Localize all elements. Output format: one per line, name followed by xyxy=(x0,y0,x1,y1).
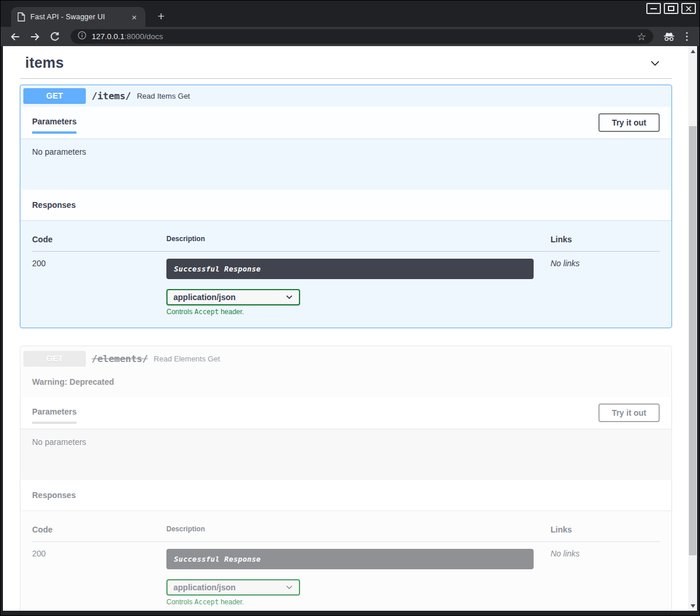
no-parameters-text: No parameters xyxy=(32,147,86,156)
tab-strip: Fast API - Swagger UI × + × xyxy=(1,1,699,27)
media-type-value: application/json xyxy=(173,583,285,592)
incognito-icon xyxy=(661,29,677,44)
media-type-select[interactable]: application/json xyxy=(166,289,300,305)
tab-close-icon[interactable]: × xyxy=(129,12,140,22)
responses-body: Code Description Links 200 Successful Re… xyxy=(20,510,671,611)
tab-parameters: Parameters xyxy=(32,117,76,134)
tag-section-header[interactable]: items xyxy=(20,52,672,79)
no-links-text: No links xyxy=(551,549,580,558)
response-row: 200 Successful Response application/json… xyxy=(32,252,660,316)
response-row: 200 Successful Response application/json… xyxy=(32,542,660,606)
operation-get-elements-deprecated: GET /elements/ Read Elements Get Warning… xyxy=(20,346,672,611)
url-host: 127.0.0.1 xyxy=(92,32,124,41)
url-path: :8000/docs xyxy=(124,32,163,41)
close-button[interactable]: × xyxy=(681,3,696,14)
forward-button[interactable] xyxy=(27,29,43,44)
swagger-page: items GET /items/ Read Items Get Paramet… xyxy=(3,46,688,611)
maximize-icon xyxy=(668,6,674,11)
response-links-cell: No links xyxy=(551,259,660,316)
operation-summary[interactable]: GET /elements/ Read Elements Get xyxy=(20,346,671,371)
description-header: Description xyxy=(166,235,551,244)
no-parameters-text: No parameters xyxy=(32,437,86,447)
response-code: 200 xyxy=(32,259,166,316)
reload-button[interactable] xyxy=(47,29,62,44)
url-text: 127.0.0.1:8000/docs xyxy=(92,32,163,41)
browser-window: Fast API - Swagger UI × + × 127.0.0.1:80… xyxy=(0,0,700,616)
parameters-label: Parameters xyxy=(32,407,76,416)
browser-toolbar: 127.0.0.1:8000/docs ☆ xyxy=(1,27,699,46)
responses-label: Responses xyxy=(32,200,76,210)
chevron-down-icon xyxy=(649,57,661,69)
method-badge: GET xyxy=(23,351,86,367)
responses-label: Responses xyxy=(32,490,76,500)
section-title: items xyxy=(25,54,64,71)
try-it-out-button[interactable]: Try it out xyxy=(598,403,660,422)
response-description-box: Successful Response xyxy=(166,549,534,569)
scroll-down-arrow[interactable] xyxy=(688,601,697,610)
triangle-down-icon xyxy=(691,604,695,608)
page-scrollbar[interactable] xyxy=(688,46,697,611)
responses-table-header: Code Description Links xyxy=(32,235,660,252)
deprecated-warning: Warning: Deprecated xyxy=(20,371,671,397)
window-controls: × xyxy=(646,3,696,14)
reload-icon xyxy=(49,31,61,43)
address-bar[interactable]: 127.0.0.1:8000/docs ☆ xyxy=(71,29,653,44)
no-links-text: No links xyxy=(551,259,580,268)
triangle-up-icon xyxy=(691,50,695,53)
description-header: Description xyxy=(166,525,551,534)
browser-menu-button[interactable] xyxy=(681,30,692,43)
operation-get-items: GET /items/ Read Items Get Parameters Tr… xyxy=(20,85,672,328)
active-tab-underline xyxy=(32,422,76,424)
minimize-button[interactable] xyxy=(646,3,661,14)
operation-summary-text: Read Elements Get xyxy=(154,354,220,363)
info-icon[interactable] xyxy=(78,31,86,42)
parameters-header: Parameters Try it out xyxy=(20,107,671,138)
code-header: Code xyxy=(32,525,166,534)
response-description-cell: Successful Response application/json Con… xyxy=(166,259,551,316)
response-description-box: Successful Response xyxy=(166,259,534,279)
responses-header: Responses xyxy=(20,480,671,510)
collapse-section-button[interactable] xyxy=(649,57,661,69)
browser-tab[interactable]: Fast API - Swagger UI × xyxy=(11,7,145,27)
try-it-out-button[interactable]: Try it out xyxy=(598,113,660,132)
parameters-label: Parameters xyxy=(32,117,76,126)
bookmark-star-icon[interactable]: ☆ xyxy=(637,32,646,42)
operation-path: /items/ xyxy=(92,91,131,102)
tab-parameters: Parameters xyxy=(32,407,76,424)
select-chevron-icon xyxy=(285,294,293,300)
scroll-up-arrow[interactable] xyxy=(688,47,697,55)
new-tab-button[interactable]: + xyxy=(154,9,169,24)
parameters-header: Parameters Try it out xyxy=(20,397,671,429)
maximize-button[interactable] xyxy=(664,3,678,14)
media-type-select[interactable]: application/json xyxy=(166,579,300,596)
active-tab-underline xyxy=(32,131,76,134)
media-type-value: application/json xyxy=(173,293,285,302)
responses-table-header: Code Description Links xyxy=(32,525,660,542)
links-header: Links xyxy=(551,235,660,244)
response-links-cell: No links xyxy=(551,549,660,606)
document-icon xyxy=(17,12,25,22)
links-header: Links xyxy=(551,525,660,534)
accept-header-note: Controls Accept header. xyxy=(166,598,534,606)
response-code: 200 xyxy=(32,549,166,606)
back-icon xyxy=(9,31,21,43)
operation-summary[interactable]: GET /items/ Read Items Get xyxy=(20,85,671,107)
parameters-body: No parameters xyxy=(20,429,671,480)
forward-icon xyxy=(29,31,41,43)
responses-header: Responses xyxy=(20,190,671,220)
operation-path: /elements/ xyxy=(92,353,148,364)
tab-title: Fast API - Swagger UI xyxy=(30,13,124,21)
close-icon: × xyxy=(685,4,692,13)
responses-body: Code Description Links 200 Successful Re… xyxy=(20,220,671,328)
method-badge: GET xyxy=(23,88,86,104)
parameters-body: No parameters xyxy=(20,138,671,190)
operation-summary-text: Read Items Get xyxy=(137,92,190,100)
response-description-cell: Successful Response application/json Con… xyxy=(166,549,551,606)
code-header: Code xyxy=(32,235,166,244)
select-chevron-icon xyxy=(285,584,293,590)
accept-header-note: Controls Accept header. xyxy=(166,308,534,316)
page-viewport: items GET /items/ Read Items Get Paramet… xyxy=(3,46,697,611)
back-button[interactable] xyxy=(8,29,23,44)
scrollbar-thumb[interactable] xyxy=(689,126,696,555)
minimize-icon xyxy=(650,8,657,9)
